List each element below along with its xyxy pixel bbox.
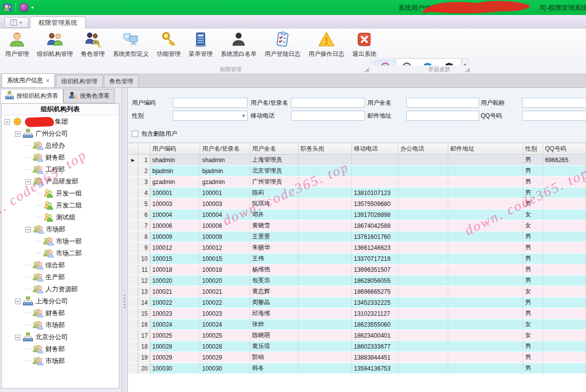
field-input-0-0[interactable] <box>173 98 248 108</box>
close-icon[interactable]: × <box>46 78 49 83</box>
doc-tab-2[interactable]: 组织机构管理 <box>56 75 103 87</box>
grid-cell[interactable]: 18696665275 <box>352 286 398 297</box>
table-row[interactable]: 5100003100003阮琪琦13575509680男 <box>128 198 586 209</box>
grid-cell[interactable] <box>448 352 523 363</box>
grid-cell[interactable]: 100020 <box>200 275 250 286</box>
grid-cell[interactable]: 100004 <box>200 209 250 220</box>
row-number-cell[interactable]: 8 <box>138 231 150 242</box>
grid-cell[interactable]: 陈晓萌 <box>250 330 298 341</box>
grid-cell[interactable]: 100022 <box>200 297 250 308</box>
tree-node[interactable]: 财务部 <box>1 307 119 319</box>
grid-cell[interactable]: 男 <box>523 341 543 352</box>
field-input-0-1[interactable] <box>291 98 365 108</box>
grid-cell[interactable] <box>448 209 523 220</box>
table-row[interactable]: 18100028100028黄乐瑄18602333677男 <box>128 341 586 352</box>
grid-cell[interactable]: 100024 <box>150 319 200 330</box>
grid-cell[interactable] <box>298 177 352 187</box>
grid-cell[interactable]: 邱海维 <box>250 308 298 319</box>
grid-cell[interactable]: 100030 <box>200 363 250 374</box>
table-row[interactable]: 15100023100023邱海维13102321127男 <box>128 308 586 319</box>
grid-cell[interactable] <box>398 231 448 242</box>
table-row[interactable]: 3gzadmingzadmin广州管理员男 <box>128 177 586 188</box>
table-row[interactable]: 19100029100029郭锦13883844451男 <box>128 352 586 363</box>
grid-cell[interactable] <box>448 363 523 374</box>
grid-cell[interactable]: 6966265 <box>543 155 586 165</box>
grid-cell[interactable]: 周黎晶 <box>250 297 298 308</box>
gender-select[interactable]: ▼ <box>173 111 248 121</box>
row-number-cell[interactable]: 3 <box>138 177 150 187</box>
ribbon-button-person-dark[interactable]: 系统黑白名单 <box>217 29 261 64</box>
grid-cell[interactable] <box>448 308 523 319</box>
row-number-cell[interactable]: 12 <box>138 275 150 286</box>
grid-cell[interactable]: 18628056055 <box>352 275 398 286</box>
tree-node[interactable]: 集团 <box>1 116 119 128</box>
grid-cell[interactable] <box>543 209 586 220</box>
tree-node[interactable]: 总经办 <box>1 140 119 152</box>
row-number-cell[interactable]: 2 <box>138 166 150 176</box>
tree-expander-icon[interactable] <box>15 299 20 304</box>
tree-node[interactable]: 产品研发部 <box>1 176 119 188</box>
grid-cell[interactable] <box>298 220 352 231</box>
grid-cell[interactable] <box>398 253 448 264</box>
row-number-cell[interactable]: 14 <box>138 297 150 308</box>
grid-header-col[interactable]: QQ号码 <box>543 143 586 154</box>
grid-cell[interactable]: 100030 <box>150 363 200 374</box>
grid-cell[interactable]: 18623400401 <box>352 330 398 341</box>
grid-cell[interactable]: 张烨 <box>250 319 298 330</box>
field-input-1-1[interactable] <box>291 111 365 121</box>
grid-cell[interactable] <box>298 188 352 198</box>
grid-cell[interactable] <box>398 264 448 275</box>
grid-cell[interactable]: 北京管理员 <box>250 166 298 176</box>
grid-cell[interactable]: 100021 <box>200 286 250 297</box>
grid-cell[interactable]: 100015 <box>150 253 200 264</box>
grid-cell[interactable] <box>448 330 523 341</box>
grid-cell[interactable]: 100001 <box>200 188 250 198</box>
grid-cell[interactable]: 100001 <box>150 188 200 198</box>
grid-cell[interactable]: 邓卉 <box>250 209 298 220</box>
ribbon-button-org-users[interactable]: 组织机构管理 <box>33 29 77 64</box>
grid-cell[interactable]: 13810107123 <box>352 188 398 198</box>
grid-cell[interactable]: 男 <box>523 177 543 187</box>
grid-cell[interactable] <box>543 188 586 198</box>
grid-cell[interactable] <box>298 286 352 297</box>
ribbon-button-computers[interactable]: 系统类型定义 <box>109 29 153 64</box>
grid-cell[interactable] <box>298 319 352 330</box>
row-number-cell[interactable]: 13 <box>138 286 150 297</box>
grid-cell[interactable]: 100009 <box>200 231 250 242</box>
row-number-cell[interactable]: 10 <box>138 253 150 264</box>
grid-cell[interactable]: 广州管理员 <box>250 177 298 187</box>
row-number-cell[interactable]: 6 <box>138 209 150 220</box>
grid-cell[interactable]: 100024 <box>200 319 250 330</box>
grid-cell[interactable]: 100012 <box>200 242 250 253</box>
grid-cell[interactable]: 男 <box>523 198 543 209</box>
field-input-0-2[interactable] <box>406 98 479 108</box>
grid-cell[interactable] <box>543 319 586 330</box>
grid-cell[interactable] <box>298 242 352 253</box>
grid-cell[interactable]: 男 <box>523 166 543 176</box>
table-row[interactable]: ▶1shadminshadmin上海管理员男6966265 <box>128 155 586 166</box>
table-row[interactable]: 14100022100022周黎晶13452332225男 <box>128 297 586 308</box>
grid-cell[interactable] <box>448 177 523 187</box>
tree-node[interactable]: 北京分公司 <box>1 331 119 343</box>
grid-cell[interactable]: 杨维艳 <box>250 264 298 275</box>
table-row[interactable]: 10100015100015王伟13370717219男 <box>128 253 586 264</box>
grid-cell[interactable]: gzadmin <box>150 177 200 187</box>
grid-cell[interactable]: 100029 <box>200 352 250 363</box>
grid-cell[interactable]: 男 <box>523 264 543 275</box>
grid-cell[interactable]: 100025 <box>150 330 200 341</box>
grid-cell[interactable]: 男 <box>523 231 543 242</box>
grid-cell[interactable] <box>543 253 586 264</box>
grid-header-col[interactable]: 性别 <box>523 143 543 154</box>
grid-cell[interactable] <box>398 242 448 253</box>
row-number-cell[interactable]: 15 <box>138 308 150 319</box>
doc-tab-1[interactable]: 系统用户信息× <box>1 73 55 87</box>
grid-cell[interactable] <box>398 275 448 286</box>
grid-cell[interactable] <box>298 341 352 352</box>
grid-header-col[interactable]: 用户全名 <box>250 143 298 154</box>
grid-cell[interactable]: 女 <box>523 286 543 297</box>
grid-cell[interactable] <box>352 155 398 165</box>
table-row[interactable]: 9100012100012朱丽华13661246623男 <box>128 242 586 253</box>
doc-tab-3[interactable]: 角色管理 <box>104 75 139 87</box>
grid-cell[interactable] <box>298 253 352 264</box>
grid-cell[interactable]: 13102321127 <box>352 308 398 319</box>
